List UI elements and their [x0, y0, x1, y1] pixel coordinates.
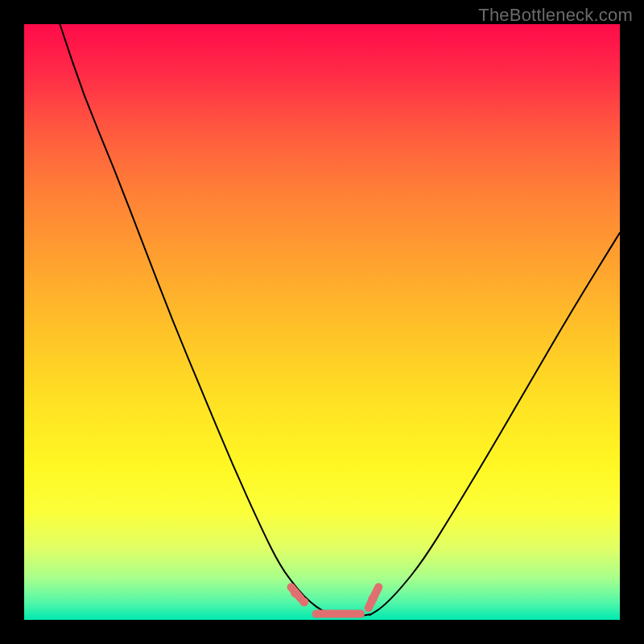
plot-area [24, 24, 620, 620]
marker-dot-2 [368, 595, 377, 604]
curve-group [60, 24, 620, 617]
marker-dot-0 [291, 588, 299, 597]
series-right-branch [369, 233, 620, 615]
chart-frame: TheBottleneck.com [0, 0, 644, 644]
chart-svg [24, 24, 620, 620]
marker-group [291, 587, 378, 613]
series-left-branch [60, 24, 333, 615]
watermark-text: TheBottleneck.com [478, 5, 633, 26]
marker-dot-1 [299, 597, 308, 606]
